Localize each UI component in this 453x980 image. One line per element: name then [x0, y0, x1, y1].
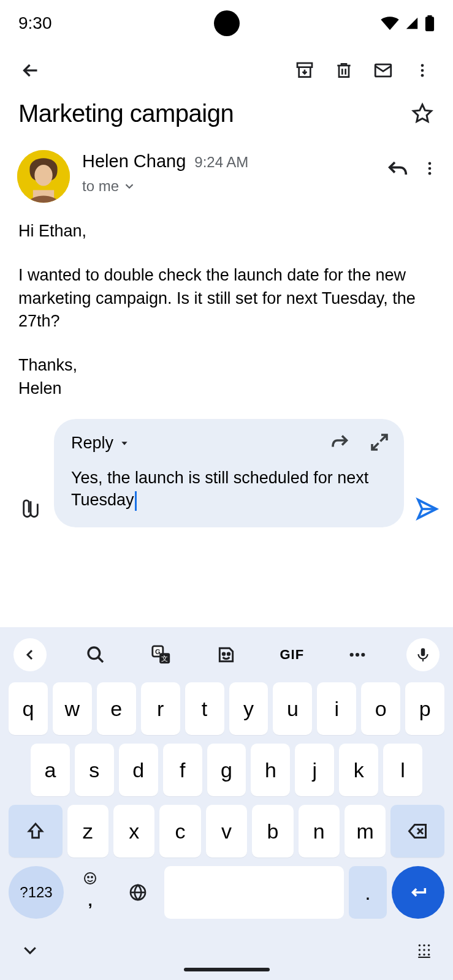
sender-time: 9:24 AM [194, 154, 248, 171]
email-subject: Marketing campaign [18, 100, 406, 127]
kb-translate-button[interactable]: G文 [145, 638, 178, 671]
kb-period-key[interactable]: . [349, 866, 387, 919]
kb-symbols-key[interactable]: ?123 [9, 866, 64, 919]
kb-key-a[interactable]: a [31, 744, 70, 796]
svg-point-4 [421, 64, 424, 67]
kb-key-y[interactable]: y [229, 682, 268, 735]
reply-mode-dropdown[interactable]: Reply [71, 434, 129, 453]
kb-mic-button[interactable] [406, 638, 440, 671]
svg-point-37 [428, 954, 430, 956]
reply-text-input[interactable]: Yes, the launch is still scheduled for n… [71, 467, 390, 511]
svg-point-26 [88, 876, 89, 878]
soft-keyboard: G文 GIF qwertyuiop asdfghjkl zxcvbnm ?123… [0, 627, 453, 980]
kb-key-u[interactable]: u [273, 682, 312, 735]
reply-text-content: Yes, the launch is still scheduled for n… [71, 469, 368, 509]
backspace-icon [406, 820, 428, 842]
recipient-dropdown[interactable]: to me [82, 178, 373, 195]
kb-language-key[interactable] [116, 866, 159, 919]
send-button[interactable] [409, 491, 446, 527]
kb-key-w[interactable]: w [53, 682, 92, 735]
svg-point-29 [419, 944, 421, 946]
grid-icon [416, 942, 432, 958]
kb-key-f[interactable]: f [163, 744, 202, 796]
kb-key-b[interactable]: b [252, 805, 293, 858]
triangle-down-icon [120, 439, 129, 448]
svg-point-30 [423, 944, 425, 946]
kb-key-x[interactable]: x [113, 805, 154, 858]
kb-grid-button[interactable] [416, 942, 432, 960]
kb-key-s[interactable]: s [75, 744, 114, 796]
emoji-icon [83, 871, 97, 886]
delete-button[interactable] [328, 55, 360, 86]
svg-point-35 [419, 954, 421, 956]
kb-space-key[interactable] [164, 866, 344, 919]
attach-button[interactable] [12, 491, 49, 527]
nav-handle[interactable] [184, 968, 270, 971]
kb-key-i[interactable]: i [317, 682, 356, 735]
more-horizontal-icon [348, 645, 367, 665]
kb-backspace-key[interactable] [390, 805, 444, 858]
kb-key-j[interactable]: j [295, 744, 334, 796]
kb-key-g[interactable]: g [207, 744, 246, 796]
expand-button[interactable] [368, 431, 390, 456]
kb-key-o[interactable]: o [361, 682, 400, 735]
forward-button[interactable] [329, 431, 351, 456]
kb-emoji-key[interactable]: , [69, 866, 112, 919]
kb-key-c[interactable]: c [159, 805, 200, 858]
svg-point-33 [423, 949, 425, 951]
body-close2: Helen [18, 379, 62, 398]
kb-key-d[interactable]: d [119, 744, 158, 796]
kb-key-e[interactable]: e [97, 682, 136, 735]
globe-icon [128, 883, 148, 902]
sender-avatar[interactable] [17, 150, 70, 203]
shift-icon [26, 821, 45, 841]
archive-icon [295, 61, 314, 80]
archive-button[interactable] [289, 55, 321, 86]
kb-collapse-button[interactable] [13, 638, 47, 671]
enter-icon [408, 882, 428, 903]
kb-key-n[interactable]: n [299, 805, 340, 858]
reply-icon-button[interactable] [386, 156, 410, 183]
more-vertical-icon [414, 62, 431, 79]
svg-point-5 [421, 69, 424, 72]
kb-key-r[interactable]: r [141, 682, 180, 735]
kb-sticker-button[interactable] [210, 638, 243, 671]
kb-hide-button[interactable] [21, 941, 39, 962]
send-icon [415, 497, 440, 521]
kb-key-k[interactable]: k [339, 744, 378, 796]
message-more-button[interactable] [421, 160, 438, 179]
svg-point-21 [350, 653, 354, 657]
cellular-icon [404, 17, 420, 30]
kb-enter-key[interactable] [392, 866, 444, 919]
kb-key-l[interactable]: l [383, 744, 422, 796]
wifi-icon [381, 17, 399, 30]
kb-search-button[interactable] [79, 638, 112, 671]
svg-rect-1 [427, 15, 432, 18]
microphone-icon [415, 647, 431, 663]
kb-more-button[interactable] [341, 638, 374, 671]
chevron-down-icon [123, 179, 136, 193]
kb-key-v[interactable]: v [206, 805, 247, 858]
kb-key-q[interactable]: q [9, 682, 48, 735]
more-menu-button[interactable] [406, 55, 438, 86]
back-button[interactable] [15, 55, 47, 86]
kb-key-z[interactable]: z [67, 805, 108, 858]
kb-key-p[interactable]: p [405, 682, 444, 735]
svg-point-25 [85, 873, 96, 884]
kb-key-h[interactable]: h [251, 744, 290, 796]
app-bar [0, 46, 453, 95]
kb-gif-button[interactable]: GIF [275, 638, 308, 671]
kb-key-t[interactable]: t [185, 682, 224, 735]
svg-point-11 [428, 162, 432, 165]
star-button[interactable] [406, 97, 438, 129]
kb-key-m[interactable]: m [345, 805, 386, 858]
svg-point-12 [428, 167, 432, 170]
kb-shift-key[interactable] [9, 805, 63, 858]
mark-unread-button[interactable] [367, 55, 399, 86]
svg-point-20 [228, 653, 230, 655]
chevron-left-icon [23, 647, 37, 662]
svg-point-31 [428, 944, 430, 946]
trash-icon [334, 61, 354, 80]
reply-icon [386, 156, 410, 181]
reply-compose-box[interactable]: Reply Yes, the launch is still scheduled… [54, 419, 404, 527]
